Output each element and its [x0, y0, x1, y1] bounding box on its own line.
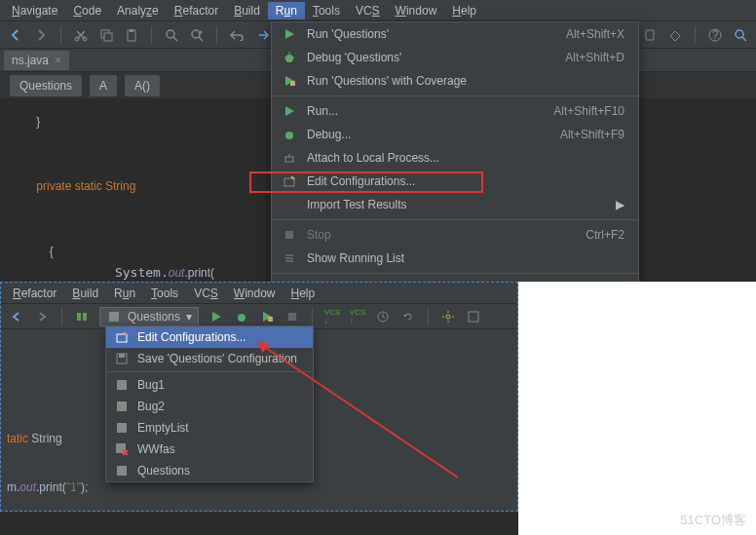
debug-ellipsis[interactable]: Debug... Alt+Shift+F9 [272, 123, 638, 146]
back-icon[interactable] [9, 309, 24, 325]
svg-line-19 [742, 37, 746, 41]
menubar: NNavigateavigate Code Analyze Refactor B… [0, 0, 756, 21]
tab-label: ns.java [12, 54, 49, 67]
import-test-results[interactable]: Import Test Results ▶ [272, 193, 638, 216]
run-coverage[interactable]: Run 'Questions' with Coverage [272, 69, 638, 93]
menu-analyze[interactable]: Analyze [109, 2, 167, 19]
close-tab-icon[interactable]: × [55, 54, 61, 67]
menu-refactor[interactable]: Refactor [167, 2, 226, 19]
copy-icon[interactable] [98, 27, 114, 43]
bug-icon [282, 50, 297, 65]
redo-icon[interactable] [254, 27, 270, 43]
app-icon [106, 309, 122, 325]
play-shield-icon [282, 73, 297, 89]
structure-icon[interactable] [466, 309, 481, 325]
stop-icon [282, 227, 297, 243]
help-icon[interactable]: ? [707, 27, 723, 43]
svg-rect-48 [117, 466, 127, 476]
history-icon[interactable] [375, 309, 391, 325]
avd-icon[interactable] [642, 27, 658, 43]
config-bug1[interactable]: Bug1 [106, 374, 313, 396]
config-bug2[interactable]: Bug2 [106, 396, 313, 417]
menu2-help[interactable]: Help [284, 285, 323, 302]
replace-icon[interactable] [189, 27, 205, 43]
menu2-build[interactable]: Build [64, 285, 106, 302]
svg-rect-28 [285, 231, 293, 239]
svg-rect-36 [268, 317, 273, 322]
stop-icon[interactable] [284, 309, 300, 325]
menu-vcs[interactable]: VCS [348, 2, 388, 19]
play-icon [282, 103, 297, 119]
config-questions[interactable]: Questions [106, 460, 313, 481]
white-background [518, 282, 756, 535]
forward-icon[interactable] [33, 27, 49, 43]
svg-point-39 [446, 315, 450, 319]
menubar-2: Refactor Build Run Tools VCS Window Help [1, 283, 517, 304]
menu-code[interactable]: Code [65, 2, 109, 19]
find-icon[interactable] [164, 27, 179, 43]
sync-icon[interactable] [74, 309, 90, 325]
svg-point-20 [285, 55, 293, 62]
show-running-list[interactable]: Show Running List [272, 247, 638, 270]
menu-window[interactable]: Window [388, 2, 445, 19]
config-wwfas[interactable]: WWfas [106, 439, 313, 460]
edit-configurations-2[interactable]: Edit Configurations... [106, 326, 313, 348]
svg-point-8 [192, 30, 200, 38]
app-icon [114, 399, 130, 414]
run-ellipsis[interactable]: Run... Alt+Shift+F10 [272, 99, 638, 123]
forward-icon[interactable] [34, 309, 50, 325]
svg-rect-41 [117, 334, 127, 342]
play-icon [282, 26, 297, 42]
svg-rect-44 [117, 380, 127, 390]
save-configuration[interactable]: Save 'Questions' Configuration [106, 348, 313, 369]
run-config-selector[interactable]: Questions ▾ [99, 307, 199, 326]
menu2-tools[interactable]: Tools [143, 285, 186, 302]
debug-questions[interactable]: Debug 'Questions' Alt+Shift+D [272, 46, 638, 69]
menu-help[interactable]: Help [444, 2, 484, 19]
edit-config-icon [282, 173, 297, 189]
run-questions[interactable]: Run 'Questions' Alt+Shift+X [272, 22, 638, 46]
file-tab[interactable]: ns.java × [4, 51, 69, 70]
svg-rect-24 [290, 81, 295, 86]
breadcrumb-class[interactable]: Questions [10, 75, 82, 96]
back-icon[interactable] [8, 27, 23, 43]
paste-icon[interactable] [124, 27, 139, 43]
menu-tools[interactable]: Tools [305, 2, 348, 19]
vcs-commit-icon[interactable]: VCS↑ [350, 309, 365, 325]
revert-icon[interactable] [400, 309, 416, 325]
svg-line-9 [199, 37, 203, 41]
svg-rect-3 [104, 33, 112, 41]
attach-process[interactable]: Attach to Local Process... [272, 146, 638, 170]
undo-icon[interactable] [229, 27, 245, 43]
menu2-window[interactable]: Window [226, 285, 284, 302]
edit-configurations[interactable]: Edit Configurations... [272, 170, 638, 193]
menu2-vcs[interactable]: VCS [186, 285, 226, 302]
inset-screenshot: Refactor Build Run Tools VCS Window Help… [0, 282, 518, 512]
breadcrumb-inner[interactable]: A [90, 75, 117, 96]
svg-text:?: ? [712, 28, 719, 42]
svg-rect-46 [117, 423, 127, 433]
sdk-icon[interactable] [667, 27, 683, 43]
run-config-label: Questions [128, 310, 180, 324]
config-emptylist[interactable]: EmptyList [106, 417, 313, 439]
submenu-arrow-icon: ▶ [616, 198, 624, 211]
menu2-run[interactable]: Run [106, 285, 143, 302]
run-config-dropdown: Edit Configurations... Save 'Questions' … [105, 325, 314, 482]
svg-point-10 [200, 30, 203, 33]
menu-run[interactable]: Run [268, 2, 305, 19]
watermark: 51CTO博客 [680, 512, 746, 529]
coverage-icon[interactable] [259, 309, 275, 325]
svg-rect-34 [109, 312, 119, 322]
app-icon [114, 420, 130, 436]
breadcrumb-method[interactable]: A() [125, 75, 160, 96]
play-icon[interactable] [208, 309, 224, 325]
settings-icon[interactable] [440, 309, 456, 325]
svg-rect-27 [284, 178, 294, 186]
cut-icon[interactable] [73, 27, 89, 43]
vcs-update-icon[interactable]: VCS↓ [324, 309, 340, 325]
menu-navigate[interactable]: NNavigateavigate [4, 2, 65, 19]
menu-build[interactable]: Build [226, 2, 268, 19]
menu2-refactor[interactable]: Refactor [5, 285, 64, 302]
search-everywhere-icon[interactable] [733, 27, 748, 43]
bug-icon[interactable] [234, 309, 249, 325]
